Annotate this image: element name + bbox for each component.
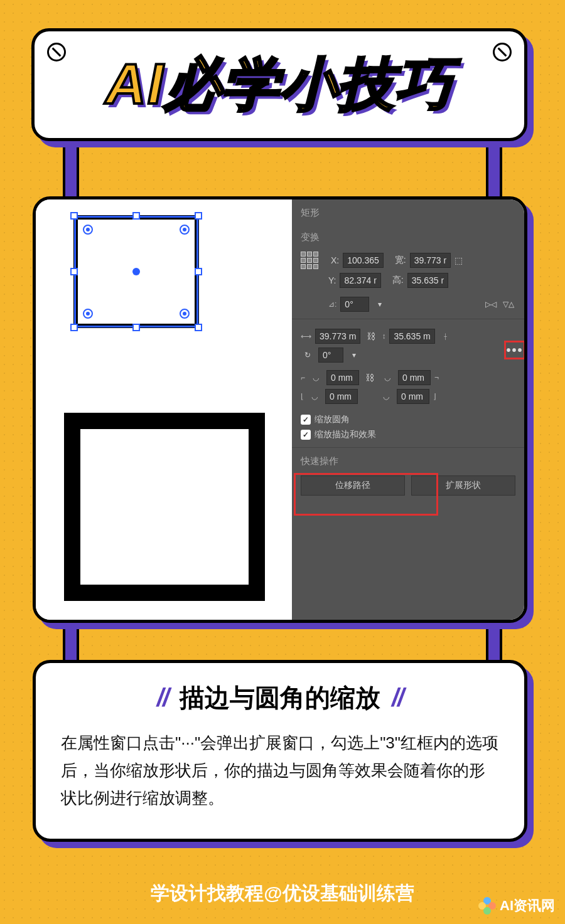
center-point-icon [132,268,140,275]
link-icon[interactable]: ⛓ [364,329,378,343]
slash-decoration-icon: // [392,684,403,712]
reference-point-grid[interactable] [301,252,318,269]
flip-horizontal-icon[interactable]: ▷◁ [484,297,498,311]
corner-br-icon: ⌋ [433,392,436,401]
corner-widget-icon[interactable] [83,309,93,319]
transform-section-label: 变换 [301,231,515,243]
x-input[interactable]: 100.365 [343,253,384,268]
width-input[interactable]: 39.773 r [410,253,451,268]
screw-icon [493,43,512,61]
resize-handle[interactable] [70,324,78,331]
flip-vertical-icon[interactable]: ▽△ [502,297,515,311]
width-label: 宽: [395,255,406,266]
height-icon: ↕ [382,332,385,341]
properties-panel: 矩形 变换 X: 100.365 宽: 39.773 r ⬚ Y: 82.374… [292,199,524,620]
page-title: AI必学小技巧 [105,46,453,123]
corner-bl-icon: ⌊ [301,392,304,401]
more-options-button[interactable]: ••• [504,341,525,359]
watermark-flower-icon [478,897,496,915]
corner-widget-icon[interactable] [180,225,190,235]
corner-type-icon[interactable]: ◡ [380,371,394,385]
corner-br-input[interactable]: 0 mm [397,389,429,404]
quick-actions-label: 快速操作 [301,455,515,467]
corner-tr-input[interactable]: 0 mm [398,370,431,385]
resize-handle[interactable] [70,268,78,275]
resize-handle[interactable] [70,212,78,220]
corner-type-icon[interactable]: ◡ [309,371,323,385]
title-card: AI必学小技巧 [31,28,527,141]
screw-icon [47,43,66,61]
corner-tl-input[interactable]: 0 mm [326,370,359,385]
text-card-heading-row: // 描边与圆角的缩放 // [61,681,499,715]
dropdown-icon[interactable]: ▾ [373,297,387,311]
corner-tr-icon: ¬ [434,373,439,382]
more-icon: ••• [506,343,523,358]
resize-handle[interactable] [195,324,202,331]
resize-handle[interactable] [132,212,140,220]
width-detail-input[interactable]: 39.773 m [315,329,360,344]
align-icon[interactable]: ⟊ [439,329,453,343]
link-corners-icon[interactable]: ⛓ [363,371,377,385]
corner-widget-icon[interactable] [180,309,190,319]
y-input[interactable]: 82.374 r [340,273,380,288]
dropdown-icon[interactable]: ▾ [347,348,361,362]
watermark: AI资讯网 [478,896,555,915]
resize-handle[interactable] [195,212,202,220]
x-label: X: [331,255,339,265]
text-card-heading: 描边与圆角的缩放 [180,681,380,715]
resize-handle[interactable] [132,324,140,331]
corner-type-icon[interactable]: ◡ [308,390,321,403]
height-detail-input[interactable]: 35.635 m [389,329,434,344]
text-card: // 描边与圆角的缩放 // 在属性窗口点击"···"会弹出扩展窗口，勾选上"3… [33,660,527,842]
resize-handle[interactable] [195,268,202,275]
selected-rectangle-shape[interactable] [73,215,199,328]
illustrator-canvas[interactable] [36,199,293,620]
height-label: 高: [392,275,404,286]
slash-decoration-icon: // [157,684,168,712]
shape-type-label: 矩形 [301,207,515,219]
scale-corners-checkbox[interactable]: ✓ [301,415,311,425]
rotate-icon: ⊿: [328,300,336,309]
scaled-rectangle-shape[interactable] [64,413,265,601]
watermark-text: AI资讯网 [500,896,555,915]
screenshot-card: 矩形 变换 X: 100.365 宽: 39.773 r ⬚ Y: 82.374… [33,196,527,623]
y-label: Y: [328,275,336,285]
constrain-proportions-icon[interactable]: ⬚ [455,255,463,265]
scale-strokes-label: 缩放描边和效果 [315,429,376,440]
height-input[interactable]: 35.635 r [407,273,448,288]
rotate-input[interactable]: 0° [340,297,369,312]
text-card-body: 在属性窗口点击"···"会弹出扩展窗口，勾选上"3"红框内的选项后，当你缩放形状… [61,729,499,812]
width-icon: ⟷ [301,332,311,341]
corner-type-icon[interactable]: ◡ [379,390,393,403]
corner-bl-input[interactable]: 0 mm [325,389,358,404]
red-highlight-box [294,473,438,516]
rotate-detail-input[interactable]: 0° [318,348,343,363]
corner-tl-icon: ⌐ [301,373,305,382]
scale-corners-label: 缩放圆角 [315,414,350,425]
rotate-icon[interactable]: ↻ [301,348,315,362]
corner-widget-icon[interactable] [83,225,93,235]
scale-strokes-checkbox[interactable]: ✓ [301,430,311,440]
